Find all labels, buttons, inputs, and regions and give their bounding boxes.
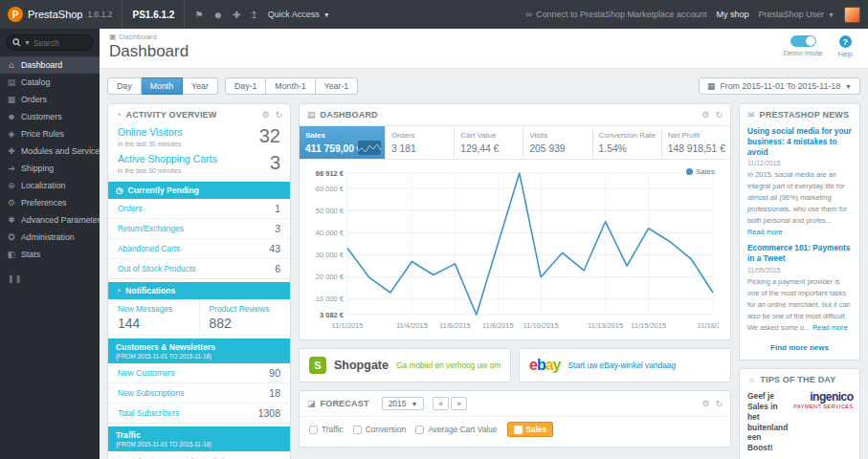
news-item-title-link[interactable]: Ecommerce 101: Payments in a Tweet [747, 243, 852, 264]
globe-icon: ⊕ [7, 181, 16, 190]
help-button[interactable]: ? Help [838, 35, 853, 58]
date-range-picker[interactable]: ▦ From 2015-11-01 To 2015-11-18 ▼ [699, 77, 860, 95]
new-messages-cell[interactable]: New Messages 144 [108, 299, 199, 335]
breadcrumb-label: Dashboard [120, 33, 157, 41]
shop-version-badge: PS1.6.1.2 [122, 0, 185, 29]
new-customers-link[interactable]: New Customers [118, 368, 175, 378]
product-reviews-link[interactable]: Product Reviews [210, 304, 270, 314]
kpi-label: Conversion Rate [599, 131, 656, 140]
new-messages-link[interactable]: New Messages [118, 304, 172, 314]
bookmark-icon[interactable]: ⚑ [194, 10, 203, 20]
read-more-link[interactable]: Read more [812, 323, 848, 332]
sidebar-item-orders[interactable]: ▦Orders [0, 91, 100, 108]
read-more-link[interactable]: Read more [747, 228, 783, 236]
forecast-legend-sales[interactable]: Sales [507, 422, 554, 437]
chevron-down-icon: ▼ [412, 401, 418, 407]
traffic-range: (FROM 2015-11-01 TO 2015-11-18) [116, 441, 211, 448]
chart-legend-sales[interactable]: Sales [686, 167, 715, 176]
search-icon [12, 38, 21, 47]
period-month-button[interactable]: Month [142, 77, 183, 95]
forecast-next-button[interactable]: » [451, 397, 467, 410]
settings-icon[interactable]: ⚙ [701, 399, 709, 408]
kpi-cart-value[interactable]: Cart Value 129,44 € [454, 126, 523, 159]
demo-mode-toggle[interactable]: Demo mode [784, 35, 823, 58]
link-icon: ∞ [525, 10, 531, 19]
sidebar-item-modules-and-services[interactable]: ✚Modules and Services [0, 142, 100, 160]
period-year-1-button[interactable]: Year-1 [316, 77, 359, 95]
online-visitors-link[interactable]: Online Visitors [118, 126, 183, 138]
forecast-prev-button[interactable]: « [433, 397, 449, 410]
kpi-orders[interactable]: Orders 3 181 [385, 126, 454, 159]
settings-icon[interactable]: ⚙ [261, 110, 269, 120]
sidebar-item-advanced-parameters[interactable]: ✱Advanced Parameters [0, 211, 100, 229]
administration-icon: ✪ [7, 232, 16, 242]
my-shop-link[interactable]: My shop [717, 10, 749, 19]
upload-icon[interactable]: ↥ [250, 10, 257, 20]
period-year-button[interactable]: Year [183, 77, 218, 95]
new-subscriptions-link[interactable]: New Subscriptions [118, 388, 184, 398]
kpi-value: 205 939 [529, 143, 586, 154]
sidebar-item-label: Advanced Parameters [21, 215, 100, 225]
avatar[interactable] [844, 7, 860, 23]
period-day-button[interactable]: Day [107, 77, 142, 95]
total-subscribers-link[interactable]: Total Subscribers [118, 408, 179, 418]
abandoned-carts-link[interactable]: Abandoned Carts [118, 244, 180, 253]
settings-icon[interactable]: ⚙ [701, 110, 709, 120]
ebay-link[interactable]: Start uw eBay-winkel vandaag [568, 361, 677, 370]
sidebar-item-administration[interactable]: ✪Administration [0, 229, 100, 246]
news-item-title-link[interactable]: Using social media for your business: 4 … [747, 126, 852, 157]
kpi-conversion-rate[interactable]: Conversion Rate 1.54% [592, 126, 661, 159]
panel-title: FORECAST [321, 399, 369, 408]
sidebar-item-price-rules[interactable]: ◈Price Rules [0, 125, 100, 142]
shopgate-logo-icon: S [309, 357, 326, 374]
kpi-value: 129,44 € [460, 143, 517, 154]
clock-icon: ◷ [116, 186, 123, 195]
active-carts-link[interactable]: Active Shopping Carts [118, 153, 217, 164]
find-more-news-link[interactable]: Find more news [740, 339, 859, 360]
sidebar-item-preferences[interactable]: ⚙Preferences [0, 194, 100, 211]
forecast-legend-conversion[interactable]: Conversion [353, 425, 406, 434]
checkbox-icon [309, 426, 318, 434]
sidebar-item-dashboard[interactable]: ⌂Dashboard [0, 56, 100, 74]
sidebar-item-stats[interactable]: ◧Stats [0, 246, 100, 263]
ebay-module-card: ebay Start uw eBay-winkel vandaag [519, 348, 731, 382]
chevron-down-icon: ▼ [828, 11, 835, 18]
refresh-icon[interactable]: ↻ [715, 399, 723, 408]
tips-body: Geef je Sales in het buitenland een Boos… [740, 390, 859, 459]
sidebar-item-localization[interactable]: ⊕Localization [0, 177, 100, 194]
kpi-net-profit[interactable]: Net Profit 148 918,51 € [661, 126, 730, 159]
sidebar-item-shipping[interactable]: ➔Shipping [0, 160, 100, 177]
prestashop-logo[interactable]: P PrestaShop 1.6.1.2 [8, 7, 112, 22]
return-exchanges-link[interactable]: Return/Exchanges [118, 224, 184, 233]
dashboard-panel: ▤ DASHBOARD ⚙ ↻ Sales 411 759,00 € Order… [299, 103, 731, 340]
sidebar-item-catalog[interactable]: ▤Catalog [0, 74, 100, 91]
sidebar-search[interactable]: ▼ [6, 34, 94, 51]
period-day-1-button[interactable]: Day-1 [225, 77, 266, 95]
period-month-1-button[interactable]: Month-1 [266, 77, 315, 95]
kpi-visits[interactable]: Visits 205 939 [523, 126, 591, 159]
marketplace-connect-link[interactable]: ∞ Connect to PrestaShop Marketplace acco… [525, 10, 706, 19]
search-scope-chevron-icon[interactable]: ▼ [24, 39, 31, 46]
forecast-legend-traffic[interactable]: Traffic [309, 425, 344, 434]
pending-orders-link[interactable]: Orders [118, 204, 143, 213]
user-menu[interactable]: PrestaShop User ▼ [759, 10, 835, 19]
quick-access-menu[interactable]: Quick Access ▼ [268, 10, 330, 19]
notifications-grid: New Messages 144 Product Reviews 882 [108, 299, 290, 336]
refresh-icon[interactable]: ↻ [275, 110, 282, 120]
shopgate-link[interactable]: Ga mobiel en verhoog uw omzet [396, 361, 501, 370]
refresh-icon[interactable]: ↻ [715, 110, 723, 120]
sidebar-item-customers[interactable]: ☻Customers [0, 108, 100, 125]
google-analytics-row: ↗ Link to your Google Analytics account [108, 451, 290, 459]
out-of-stock-link[interactable]: Out of Stock Products [118, 264, 195, 273]
employee-icon[interactable]: ☻ [212, 10, 223, 20]
active-carts-sub: in the last 30 minutes [118, 167, 181, 174]
search-input[interactable] [33, 38, 83, 48]
kpi-sales[interactable]: Sales 411 759,00 € [300, 126, 385, 159]
checkbox-checked-icon [514, 426, 523, 434]
forecast-legend-average-cart-value[interactable]: Average Cart Value [415, 425, 497, 434]
add-icon[interactable]: ✚ [233, 10, 240, 20]
product-reviews-cell[interactable]: Product Reviews 882 [199, 299, 291, 335]
toggle-on-icon[interactable] [790, 35, 816, 47]
forecast-year-select[interactable]: 2015 ▼ [382, 397, 425, 410]
sidebar-collapse-button[interactable]: ❚❚ [0, 263, 100, 295]
